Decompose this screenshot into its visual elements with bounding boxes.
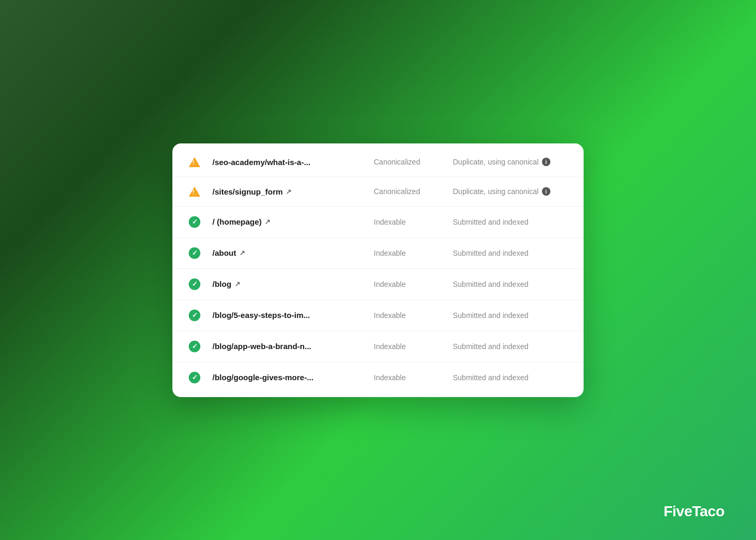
coverage-text: Duplicate, using canonical [453, 187, 539, 196]
external-link-icon[interactable]: ↗ [235, 280, 240, 288]
status-cell: Canonicalized [374, 187, 442, 196]
checkmark-icon: ✓ [189, 247, 200, 259]
url-text: / (homepage) [212, 217, 261, 226]
external-link-icon[interactable]: ↗ [265, 218, 270, 226]
coverage-text: Submitted and indexed [453, 311, 528, 320]
warning-icon [187, 157, 202, 167]
status-cell: Indexable [374, 342, 442, 351]
url-cell[interactable]: /blog/app-web-a-brand-n... [212, 342, 363, 351]
table-row[interactable]: /sites/signup_form↗CanonicalizedDuplicat… [172, 177, 584, 207]
check-icon: ✓ [187, 278, 202, 290]
url-cell[interactable]: /seo-academy/what-is-a-... [212, 158, 363, 167]
coverage-text: Submitted and indexed [453, 342, 528, 351]
coverage-text: Submitted and indexed [453, 280, 528, 288]
url-text: /blog/app-web-a-brand-n... [212, 342, 312, 351]
checkmark-icon: ✓ [189, 216, 200, 228]
coverage-cell: Duplicate, using canonicali [453, 158, 569, 166]
table-row[interactable]: ✓/blog↗IndexableSubmitted and indexed [172, 269, 584, 300]
checkmark-icon: ✓ [189, 372, 200, 383]
checkmark-icon: ✓ [189, 310, 200, 321]
url-text: /blog/google-gives-more-... [212, 373, 314, 382]
info-badge-icon[interactable]: i [542, 158, 550, 166]
coverage-cell: Submitted and indexed [453, 249, 569, 257]
status-cell: Indexable [374, 280, 442, 288]
url-cell[interactable]: /about↗ [212, 248, 363, 257]
checkmark-icon: ✓ [189, 278, 200, 290]
coverage-text: Duplicate, using canonical [453, 158, 539, 166]
warning-icon [187, 187, 202, 197]
coverage-cell: Submitted and indexed [453, 373, 569, 382]
external-link-icon[interactable]: ↗ [286, 188, 292, 196]
coverage-cell: Submitted and indexed [453, 280, 569, 288]
checkmark-icon: ✓ [189, 341, 200, 352]
status-cell: Indexable [374, 373, 442, 382]
coverage-text: Submitted and indexed [453, 373, 528, 382]
check-icon: ✓ [187, 247, 202, 259]
url-text: /blog [212, 279, 231, 288]
check-icon: ✓ [187, 310, 202, 321]
url-text: /about [212, 248, 236, 257]
coverage-text: Submitted and indexed [453, 218, 528, 226]
table-row[interactable]: ✓/blog/5-easy-steps-to-im...IndexableSub… [172, 300, 584, 331]
triangle-warning-icon [189, 157, 200, 167]
table-row[interactable]: ✓/about↗IndexableSubmitted and indexed [172, 238, 584, 269]
triangle-warning-icon [189, 187, 200, 197]
table-row[interactable]: ✓/blog/google-gives-more-...IndexableSub… [172, 362, 584, 393]
url-cell[interactable]: /blog/5-easy-steps-to-im... [212, 311, 363, 320]
external-link-icon[interactable]: ↗ [239, 249, 245, 257]
status-cell: Indexable [374, 311, 442, 320]
table-row[interactable]: ✓/blog/app-web-a-brand-n...IndexableSubm… [172, 331, 584, 362]
url-text: /sites/signup_form [212, 187, 283, 196]
url-cell[interactable]: /sites/signup_form↗ [212, 187, 363, 196]
url-index-table: /seo-academy/what-is-a-...CanonicalizedD… [172, 143, 584, 397]
table-row[interactable]: /seo-academy/what-is-a-...CanonicalizedD… [172, 148, 584, 177]
coverage-text: Submitted and indexed [453, 249, 528, 257]
table-row[interactable]: ✓/ (homepage)↗IndexableSubmitted and ind… [172, 207, 584, 238]
info-badge-icon[interactable]: i [542, 187, 550, 196]
url-cell[interactable]: /blog/google-gives-more-... [212, 373, 363, 382]
coverage-cell: Submitted and indexed [453, 218, 569, 226]
coverage-cell: Submitted and indexed [453, 342, 569, 351]
check-icon: ✓ [187, 341, 202, 352]
url-text: /seo-academy/what-is-a-... [212, 158, 311, 167]
url-cell[interactable]: /blog↗ [212, 279, 363, 288]
status-cell: Canonicalized [374, 158, 442, 166]
url-text: /blog/5-easy-steps-to-im... [212, 311, 310, 320]
brand-name-taco: Taco [692, 503, 724, 519]
branding-logo: FiveTaco [664, 503, 724, 520]
url-cell[interactable]: / (homepage)↗ [212, 217, 363, 226]
coverage-cell: Duplicate, using canonicali [453, 187, 569, 196]
check-icon: ✓ [187, 372, 202, 383]
status-cell: Indexable [374, 218, 442, 226]
brand-name-five: Five [664, 503, 692, 519]
coverage-cell: Submitted and indexed [453, 311, 569, 320]
status-cell: Indexable [374, 249, 442, 257]
check-icon: ✓ [187, 216, 202, 228]
